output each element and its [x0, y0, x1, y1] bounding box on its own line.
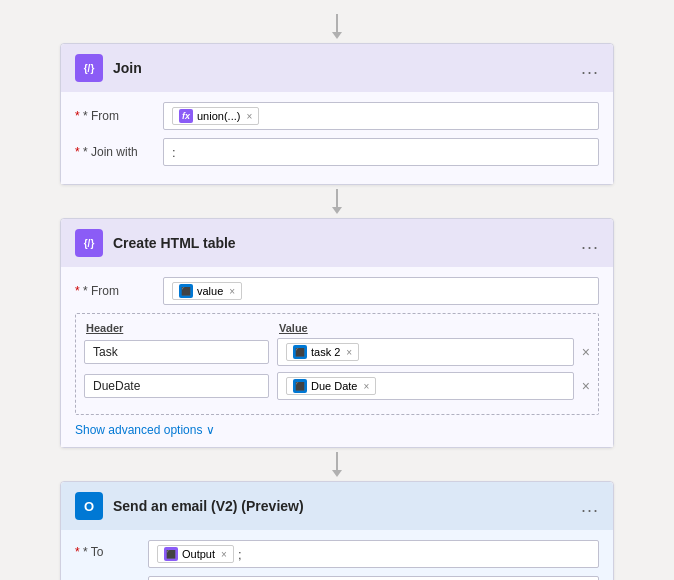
join-from-row: * From fx union(...) ×	[75, 102, 599, 130]
join-joinwith-label: * Join with	[75, 145, 155, 159]
email-card: O Send an email (V2) (Preview) ... * To …	[60, 481, 614, 580]
email-card-icon: O	[75, 492, 103, 520]
join-card: {/} Join ... * From fx union(...) × * Jo…	[60, 43, 614, 185]
task-value-token-icon: ⬛	[293, 345, 307, 359]
chevron-down-icon: ∨	[206, 423, 215, 437]
duedate-value-token-close[interactable]: ×	[363, 381, 369, 392]
email-to-token-text: Output	[182, 548, 215, 560]
join-from-token: fx union(...) ×	[172, 107, 259, 125]
task-value-cell[interactable]: ⬛ task 2 ×	[277, 338, 574, 366]
email-to-token-icon: ⬛	[164, 547, 178, 561]
email-subject-input[interactable]: test	[148, 576, 599, 580]
join-card-title: Join	[113, 60, 571, 76]
join-from-token-close[interactable]: ×	[246, 111, 252, 122]
html-table-from-label: * From	[75, 284, 155, 298]
html-table-card-title: Create HTML table	[113, 235, 571, 251]
email-to-token-close[interactable]: ×	[221, 549, 227, 560]
task-value-token: ⬛ task 2 ×	[286, 343, 359, 361]
html-table-from-row: * From ⬛ value ×	[75, 277, 599, 305]
duedate-header-cell[interactable]: DueDate	[84, 374, 269, 398]
html-table-from-token-text: value	[197, 285, 223, 297]
join-from-label: * From	[75, 109, 155, 123]
join-card-header: {/} Join ...	[61, 44, 613, 92]
email-card-title: Send an email (V2) (Preview)	[113, 498, 571, 514]
table-row: Task ⬛ task 2 × ×	[84, 338, 590, 366]
task-header-cell[interactable]: Task	[84, 340, 269, 364]
task-value-token-close[interactable]: ×	[346, 347, 352, 358]
html-table-card: {/} Create HTML table ... * From ⬛ value…	[60, 218, 614, 448]
join-card-menu[interactable]: ...	[581, 58, 599, 79]
join-card-body: * From fx union(...) × * Join with :	[61, 92, 613, 184]
join-card-icon: {/}	[75, 54, 103, 82]
duedate-value-cell[interactable]: ⬛ Due Date ×	[277, 372, 574, 400]
html-table-from-input[interactable]: ⬛ value ×	[163, 277, 599, 305]
duedate-value-token: ⬛ Due Date ×	[286, 377, 376, 395]
join-from-input[interactable]: fx union(...) ×	[163, 102, 599, 130]
email-subject-label: * Subject	[75, 576, 140, 580]
html-table-card-menu[interactable]: ...	[581, 233, 599, 254]
html-table-from-token-close[interactable]: ×	[229, 286, 235, 297]
top-connector	[332, 14, 342, 39]
html-table-card-body: * From ⬛ value × Header Value	[61, 267, 613, 447]
duedate-value-token-text: Due Date	[311, 380, 357, 392]
html-table-col-headers: Header Value	[84, 322, 590, 334]
join-joinwith-input[interactable]: :	[163, 138, 599, 166]
email-card-body: * To ⬛ Output × ; * Subject test	[61, 530, 613, 580]
email-to-input[interactable]: ⬛ Output × ;	[148, 540, 599, 568]
task-row-delete[interactable]: ×	[582, 344, 590, 360]
html-table-show-advanced[interactable]: Show advanced options ∨	[75, 423, 599, 437]
html-table-from-token: ⬛ value ×	[172, 282, 242, 300]
email-card-header: O Send an email (V2) (Preview) ...	[61, 482, 613, 530]
email-to-label: * To	[75, 540, 140, 559]
mid-connector-2	[332, 452, 342, 477]
html-table-header-col: Header	[86, 322, 271, 334]
task-value-token-text: task 2	[311, 346, 340, 358]
join-from-token-text: union(...)	[197, 110, 240, 122]
duedate-row-delete[interactable]: ×	[582, 378, 590, 394]
table-row: DueDate ⬛ Due Date × ×	[84, 372, 590, 400]
html-table-data-section: Header Value Task ⬛ task 2 ×	[75, 313, 599, 415]
email-subject-row: * Subject test	[75, 576, 599, 580]
join-joinwith-row: * Join with :	[75, 138, 599, 166]
email-card-menu[interactable]: ...	[581, 496, 599, 517]
join-joinwith-value: :	[172, 145, 176, 160]
html-table-value-col: Value	[279, 322, 588, 334]
html-table-card-header: {/} Create HTML table ...	[61, 219, 613, 267]
html-table-card-icon: {/}	[75, 229, 103, 257]
mid-connector-1	[332, 189, 342, 214]
email-to-token: ⬛ Output ×	[157, 545, 234, 563]
join-from-token-icon: fx	[179, 109, 193, 123]
duedate-value-token-icon: ⬛	[293, 379, 307, 393]
email-to-row: * To ⬛ Output × ;	[75, 540, 599, 568]
email-to-suffix: ;	[238, 547, 242, 562]
html-table-from-token-icon: ⬛	[179, 284, 193, 298]
